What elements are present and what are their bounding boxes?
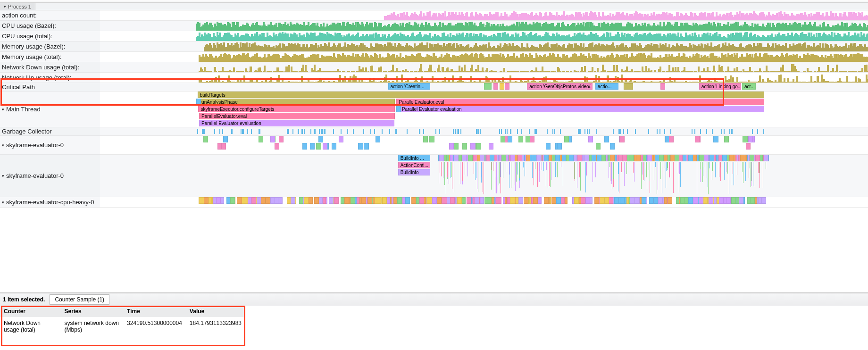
track-label-text: skyframe-evaluator-0: [6, 172, 64, 179]
track-label-cpu_total: CPU usage (total):: [0, 31, 100, 42]
track-lane-skycpu[interactable]: [100, 197, 868, 208]
track-label-main[interactable]: ▾Main Thread: [0, 92, 100, 127]
chevron-down-icon[interactable]: ▾: [2, 143, 4, 148]
table-row[interactable]: Network Down usage (total) system networ…: [0, 317, 245, 336]
track-label-text: CPU usage (Bazel):: [2, 22, 56, 29]
flame-span[interactable]: BuildInfo ...: [398, 155, 430, 161]
cell-counter: Network Down usage (total): [0, 317, 61, 336]
chevron-down-icon[interactable]: ▾: [2, 200, 4, 205]
selection-summary: 1 item selected.: [3, 296, 45, 303]
track-lane-gc[interactable]: [100, 127, 868, 136]
track-lane-sky0a[interactable]: [100, 136, 868, 155]
col-value[interactable]: Value: [186, 306, 245, 317]
track-lane-net_up[interactable]: [100, 73, 868, 83]
track-label-gc: Garbage Collector: [0, 127, 100, 136]
track-lane-cpu_total[interactable]: [100, 31, 868, 42]
flame-span[interactable]: buildTargets: [198, 92, 764, 98]
process-tabbar: ▾ Process 1: [0, 3, 868, 10]
flame-span[interactable]: [196, 99, 201, 105]
track-label-net_down: Network Down usage (total):: [0, 62, 100, 73]
track-label-mem_bazel: Memory usage (Bazel):: [0, 42, 100, 52]
track-label-text: Network Up usage (total):: [2, 74, 71, 81]
track-label-text: Main Thread: [6, 106, 41, 113]
track-label-text: action count:: [2, 12, 37, 19]
chevron-down-icon[interactable]: ▾: [2, 174, 4, 178]
flame-span[interactable]: ParallelEvaluator.eval: [396, 99, 764, 105]
flame-span[interactable]: ParallelEvaluator.eval: [199, 113, 395, 119]
track-label-text: Memory usage (Bazel):: [2, 43, 65, 50]
track-label-sky0a[interactable]: ▾skyframe-evaluator-0: [0, 136, 100, 155]
selection-bar: 1 item selected. Counter Sample (1): [0, 292, 868, 306]
flame-span[interactable]: [493, 83, 498, 90]
track-lane-action_count[interactable]: [100, 10, 868, 21]
flame-span[interactable]: [505, 83, 509, 90]
flame-span[interactable]: [660, 83, 665, 90]
process-tab[interactable]: ▾ Process 1: [0, 3, 35, 10]
flame-span[interactable]: act...: [742, 83, 756, 90]
detail-table: Counter Series Time Value Network Down u…: [0, 306, 245, 336]
track-label-text: Critical Path: [2, 83, 35, 91]
track-lane-cpu_bazel[interactable]: [100, 21, 868, 31]
track-label-text: Memory usage (total):: [2, 53, 61, 60]
track-label-skycpu[interactable]: ▾skyframe-evaluator-cpu-heavy-0: [0, 197, 100, 208]
chevron-down-icon[interactable]: ▾: [2, 107, 4, 112]
flame-span[interactable]: Parallel Evaluator evaluation: [199, 120, 394, 126]
track-label-net_up: Network Up usage (total):: [0, 73, 100, 83]
track-lane-mem_total[interactable]: [100, 52, 868, 62]
flame-span[interactable]: actio...: [595, 83, 618, 90]
track-label-text: Network Down usage (total):: [2, 64, 79, 71]
flame-span[interactable]: skyframeExecutor.configureTargets: [198, 106, 395, 112]
col-series[interactable]: Series: [61, 306, 123, 317]
chevron-down-icon: ▾: [4, 4, 6, 9]
flame-span[interactable]: [500, 83, 504, 90]
cell-series: system network down (Mbps): [61, 317, 123, 336]
track-lane-mem_bazel[interactable]: [100, 42, 868, 52]
flame-span[interactable]: [396, 106, 401, 112]
track-lane-main[interactable]: buildTargetsrunAnalysisPhaseParallelEval…: [100, 92, 868, 127]
cell-value: 184.1793113323983: [186, 317, 245, 336]
track-label-text: skyframe-evaluator-0: [6, 142, 64, 149]
flame-span[interactable]: ActionConti...: [398, 162, 430, 168]
track-label-text: Garbage Collector: [2, 128, 52, 135]
track-lane-sky0b[interactable]: BuildInfo ...ActionConti...BuildInfostag…: [100, 155, 868, 197]
col-counter[interactable]: Counter: [0, 306, 61, 317]
flame-span[interactable]: action 'Creatin...: [388, 83, 431, 90]
flame-span[interactable]: action 'GenObjcProtos video/...: [527, 83, 592, 90]
detail-panel: Counter Series Time Value Network Down u…: [0, 306, 868, 350]
tracks-area[interactable]: action count:CPU usage (Bazel):CPU usage…: [0, 10, 868, 292]
track-label-text: skyframe-evaluator-cpu-heavy-0: [6, 199, 94, 206]
flame-span[interactable]: action 'Linking go...: [699, 83, 742, 90]
track-label-crit: Critical Path: [0, 83, 100, 92]
track-label-action_count: action count:: [0, 10, 100, 21]
flame-span[interactable]: BuildInfo: [398, 169, 430, 175]
selection-tab[interactable]: Counter Sample (1): [50, 294, 109, 305]
process-tab-label: Process 1: [8, 4, 31, 9]
track-label-cpu_bazel: CPU usage (Bazel):: [0, 21, 100, 31]
cell-time: 324190.51300000004: [123, 317, 186, 336]
flame-span[interactable]: Parallel Evaluator evaluation: [400, 106, 764, 112]
track-label-text: CPU usage (total):: [2, 33, 52, 40]
track-label-mem_total: Memory usage (total):: [0, 52, 100, 62]
flame-span[interactable]: runAnalysisPhase: [198, 99, 395, 105]
flame-span[interactable]: [484, 83, 492, 90]
flame-span[interactable]: [624, 83, 633, 90]
track-lane-net_down[interactable]: [100, 62, 868, 73]
track-lane-crit[interactable]: action 'Creatin...action 'GenObjcProtos …: [100, 83, 868, 92]
track-label-sky0b[interactable]: ▾skyframe-evaluator-0: [0, 155, 100, 197]
col-time[interactable]: Time: [123, 306, 186, 317]
